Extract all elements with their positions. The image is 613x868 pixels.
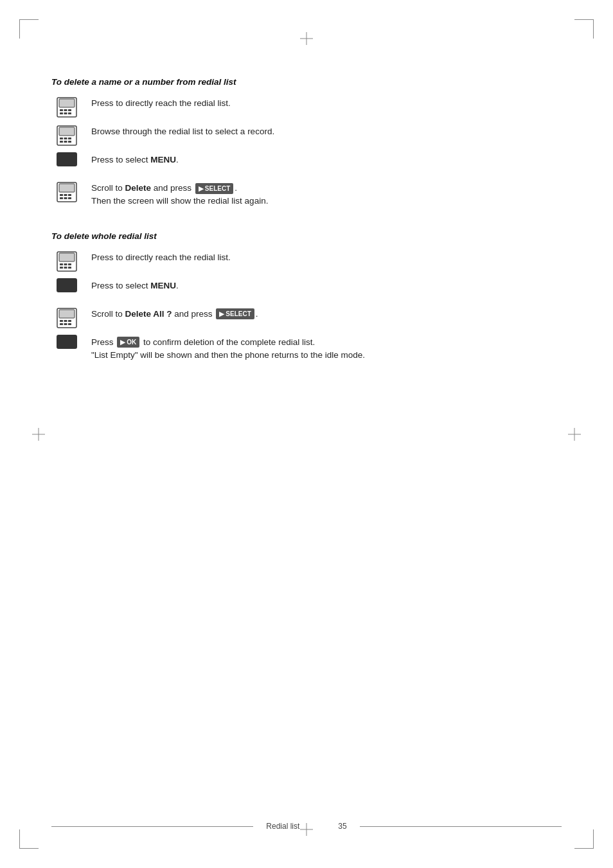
phone-deleteall-icon: [55, 306, 78, 330]
step2-text: Browse through the redial list to select…: [91, 124, 562, 138]
page-footer: Redial list 35: [0, 822, 613, 831]
svg-rect-13: [60, 141, 63, 143]
svg-rect-29: [60, 267, 63, 269]
footer-section-label: Redial list: [266, 822, 299, 831]
phone-redial-icon-1: [55, 96, 78, 119]
corner-mark-bl: [19, 829, 39, 849]
section1-title: To delete a name or a number from redial…: [51, 77, 562, 87]
step3-text: Press to select MENU.: [91, 152, 562, 166]
svg-rect-6: [64, 112, 67, 114]
svg-rect-9: [59, 127, 75, 136]
svg-rect-38: [64, 323, 67, 325]
svg-rect-25: [59, 253, 75, 261]
svg-rect-28: [68, 263, 71, 265]
svg-rect-39: [68, 323, 71, 325]
footer-center: Redial list 35: [253, 822, 359, 831]
svg-rect-1: [59, 99, 75, 107]
step2-row: Browse through the redial list to select…: [51, 124, 562, 147]
svg-rect-12: [68, 137, 71, 139]
phone-redial-icon-2: [55, 250, 78, 273]
del-all-step3-row: Scroll to Delete All ? and press ▶SELECT…: [51, 306, 562, 330]
crosshair-mid-left: [32, 428, 45, 441]
svg-rect-36: [68, 320, 71, 322]
svg-rect-14: [64, 141, 67, 143]
del-all-step2-icon: [51, 278, 82, 292]
step2-icon: [51, 124, 82, 147]
svg-rect-18: [60, 194, 63, 196]
menu-button-icon-1: [57, 152, 77, 166]
svg-rect-4: [68, 109, 71, 111]
step4-row: Scroll to Delete and press ▶SELECT . The…: [51, 181, 562, 208]
del-all-step4-row: Press ▶OK to confirm deletion of the com…: [51, 335, 562, 362]
svg-rect-22: [64, 197, 67, 199]
svg-rect-3: [64, 109, 67, 111]
svg-rect-21: [60, 197, 63, 199]
svg-rect-7: [68, 112, 71, 114]
svg-rect-19: [64, 194, 67, 196]
arrow-icon-3: ▶: [120, 337, 125, 347]
step1-text: Press to directly reach the redial list.: [91, 96, 562, 110]
corner-mark-tl: [19, 19, 39, 39]
step1-row: Press to directly reach the redial list.: [51, 96, 562, 119]
svg-rect-5: [60, 112, 63, 114]
svg-rect-35: [64, 320, 67, 322]
del-all-step4-icon: [51, 335, 82, 349]
section2-title: To delete whole redial list: [51, 231, 562, 241]
step1-icon: [51, 96, 82, 119]
del-all-step2-row: Press to select MENU.: [51, 278, 562, 301]
corner-mark-br: [574, 829, 594, 849]
svg-rect-11: [64, 137, 67, 139]
step3-row: Press to select MENU.: [51, 152, 562, 175]
del-all-step2-text: Press to select MENU.: [91, 278, 562, 292]
svg-rect-20: [68, 194, 71, 196]
footer-line-right: [360, 826, 562, 827]
step3-icon: [51, 152, 82, 166]
svg-rect-2: [60, 109, 63, 111]
footer-line-left: [51, 826, 253, 827]
svg-rect-15: [68, 141, 71, 143]
del-all-step1-icon: [51, 250, 82, 273]
menu-button-icon-2: [57, 278, 77, 292]
footer-page-number: 35: [338, 822, 346, 831]
svg-rect-17: [59, 184, 75, 192]
svg-rect-10: [60, 137, 63, 139]
del-all-step1-text: Press to directly reach the redial list.: [91, 250, 562, 264]
del-all-step3-text: Scroll to Delete All ? and press ▶SELECT…: [91, 306, 562, 321]
svg-rect-33: [59, 310, 75, 318]
ok-button-icon: [57, 335, 77, 349]
crosshair-mid-right: [568, 428, 581, 441]
phone-browse-icon: [55, 124, 78, 147]
main-content: To delete a name or a number from redial…: [51, 77, 562, 385]
select-button-inline-1: ▶SELECT: [195, 183, 233, 194]
arrow-icon-2: ▶: [219, 309, 224, 319]
section-delete-all: To delete whole redial list P: [51, 231, 562, 362]
del-all-step1-row: Press to directly reach the redial list.: [51, 250, 562, 273]
svg-rect-37: [60, 323, 63, 325]
svg-rect-27: [64, 263, 67, 265]
svg-rect-26: [60, 263, 63, 265]
svg-rect-23: [68, 197, 71, 199]
step4-icon: [51, 181, 82, 204]
arrow-icon-1: ▶: [199, 184, 204, 193]
svg-rect-30: [64, 267, 67, 269]
select-button-inline-2: ▶SELECT: [216, 308, 254, 319]
ok-button-inline: ▶OK: [117, 337, 139, 348]
svg-rect-34: [60, 320, 63, 322]
del-all-step4-text: Press ▶OK to confirm deletion of the com…: [91, 335, 562, 362]
corner-mark-tr: [574, 19, 594, 39]
step4-text: Scroll to Delete and press ▶SELECT . The…: [91, 181, 562, 208]
svg-rect-31: [68, 267, 71, 269]
del-all-step3-icon: [51, 306, 82, 330]
crosshair-top: [300, 32, 313, 45]
section-delete-name: To delete a name or a number from redial…: [51, 77, 562, 208]
phone-scroll-icon: [55, 181, 78, 204]
